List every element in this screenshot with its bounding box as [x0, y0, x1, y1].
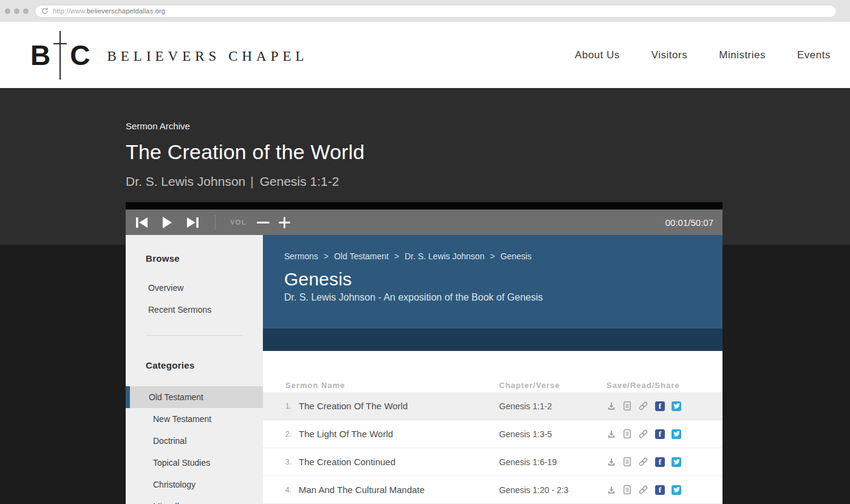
sidebar-link-overview[interactable]: Overview: [126, 277, 263, 299]
row-actions: f: [607, 401, 681, 411]
category-topical-studies[interactable]: Topical Studies: [126, 452, 263, 474]
column-sermon-name: Sermon Name: [285, 381, 499, 390]
series-subtitle: Dr. S. Lewis Johnson - An exposition of …: [284, 292, 722, 303]
sermon-link[interactable]: The Light Of The World: [299, 429, 499, 439]
category-new-testament[interactable]: New Testament: [126, 408, 263, 430]
main-panel: Sermons>Old Testament>Dr. S. Lewis Johns…: [263, 235, 722, 504]
twitter-icon[interactable]: [672, 401, 681, 411]
series-header: Sermons>Old Testament>Dr. S. Lewis Johns…: [263, 235, 722, 329]
breadcrumb-link-sermons[interactable]: Sermons: [284, 251, 318, 261]
window-controls: [5, 9, 29, 14]
twitter-icon[interactable]: [672, 457, 681, 467]
series-title: Genesis: [284, 269, 722, 290]
nav-visitors[interactable]: Visitors: [651, 49, 687, 61]
facebook-icon[interactable]: f: [655, 485, 665, 495]
nav-events[interactable]: Events: [797, 49, 831, 61]
link-icon[interactable]: [638, 401, 648, 411]
cross-icon: [52, 30, 68, 81]
facebook-icon[interactable]: f: [655, 401, 665, 411]
link-icon[interactable]: [638, 429, 648, 439]
breadcrumb-separator: >: [490, 251, 495, 261]
hero-eyebrow: Sermon Archive: [126, 121, 850, 131]
twitter-icon[interactable]: [672, 485, 681, 495]
site-header: B C BELIEVERS CHAPEL About UsVisitorsMin…: [0, 22, 850, 88]
sidebar: Browse OverviewRecent Sermons Categories…: [126, 235, 263, 504]
sermon-number: 2.: [285, 430, 299, 438]
refresh-icon[interactable]: [41, 7, 49, 15]
category-old-testament[interactable]: Old Testament: [126, 386, 263, 408]
download-icon[interactable]: [607, 429, 616, 439]
logo-letter-c: C: [70, 41, 90, 69]
sermon-link[interactable]: The Creation Continued: [299, 457, 499, 467]
row-actions: f: [607, 485, 681, 495]
speaker-name: Dr. S. Lewis Johnson: [126, 174, 245, 188]
category-miscellaneous[interactable]: Miscellaneous: [126, 495, 263, 504]
category-christology[interactable]: Christology: [126, 474, 263, 495]
nav-about-us[interactable]: About Us: [575, 49, 620, 61]
link-icon[interactable]: [638, 457, 648, 467]
main-nav: About UsVisitorsMinistriesEvents: [575, 49, 831, 61]
transcript-icon[interactable]: [623, 457, 631, 467]
volume-down-button[interactable]: [257, 222, 270, 223]
link-icon[interactable]: [638, 485, 648, 495]
sidebar-link-recent-sermons[interactable]: Recent Sermons: [126, 299, 263, 321]
download-icon[interactable]: [607, 457, 616, 467]
download-icon[interactable]: [607, 485, 616, 495]
volume-up-button[interactable]: [279, 217, 290, 228]
nav-ministries[interactable]: Ministries: [719, 49, 766, 61]
browse-heading: Browse: [146, 253, 263, 264]
chapter-verse: Genesis 1:20 - 2:3: [499, 485, 607, 495]
byline-separator: |: [250, 174, 253, 188]
row-actions: f: [607, 457, 681, 467]
window-control-dot[interactable]: [14, 9, 19, 14]
breadcrumb-link-old-testament[interactable]: Old Testament: [334, 251, 389, 261]
sermon-row: 4.Man And The Cultural MandateGenesis 1:…: [263, 476, 722, 504]
player-divider: [215, 215, 216, 230]
sermon-link[interactable]: The Creation Of The World: [299, 401, 499, 411]
transcript-icon[interactable]: [623, 485, 631, 495]
sermon-row: 3.The Creation ContinuedGenesis 1:6-19 f: [263, 448, 722, 476]
sermon-row: 2.The Light Of The WorldGenesis 1:3-5 f: [263, 420, 722, 448]
column-chapter-verse: Chapter/Verse: [499, 381, 607, 390]
sermon-number: 3.: [285, 458, 299, 466]
chapter-verse: Genesis 1:1-2: [499, 401, 607, 411]
hero-byline: Dr. S. Lewis Johnson|Genesis 1:1-2: [126, 174, 850, 189]
row-actions: f: [607, 429, 681, 439]
window-control-dot[interactable]: [23, 9, 29, 14]
category-list: Old TestamentNew TestamentDoctrinalTopic…: [126, 386, 263, 504]
sermon-link[interactable]: Man And The Cultural Mandate: [299, 485, 499, 495]
sermon-table: Sermon Name Chapter/Verse Save/Read/Shar…: [263, 351, 722, 504]
site-logo[interactable]: B C BELIEVERS CHAPEL: [30, 30, 308, 81]
facebook-icon[interactable]: f: [655, 457, 665, 467]
content-column: VOL 00:01/50:07 Browse OverviewRecent Se…: [126, 202, 722, 504]
download-icon[interactable]: [607, 401, 616, 411]
category-doctrinal[interactable]: Doctrinal: [126, 430, 263, 452]
breadcrumb-link-genesis[interactable]: Genesis: [500, 251, 531, 261]
previous-track-button[interactable]: [136, 217, 148, 228]
sermon-number: 4.: [285, 486, 299, 494]
series-header-strip: [263, 329, 722, 351]
chapter-verse: Genesis 1:3-5: [499, 429, 607, 439]
page-title: The Creation of the World: [126, 140, 850, 164]
transcript-icon[interactable]: [623, 401, 631, 411]
next-track-button[interactable]: [187, 217, 199, 228]
breadcrumb-link-dr-s-lewis-johnson[interactable]: Dr. S. Lewis Johnson: [404, 251, 484, 261]
facebook-icon[interactable]: f: [655, 429, 665, 439]
twitter-icon[interactable]: [672, 429, 681, 439]
sidebar-divider: [146, 335, 243, 336]
logo-wordmark: BELIEVERS CHAPEL: [107, 46, 308, 64]
browser-window: http://www.believerschapeldallas.org B C…: [0, 0, 850, 504]
breadcrumb-separator: >: [324, 251, 328, 261]
url-bar[interactable]: http://www.believerschapeldallas.org: [35, 5, 837, 18]
transcript-icon[interactable]: [623, 429, 631, 439]
passage-ref: Genesis 1:1-2: [260, 174, 339, 188]
browse-list: OverviewRecent Sermons: [126, 277, 263, 321]
browser-chrome: http://www.believerschapeldallas.org: [0, 0, 850, 22]
play-button[interactable]: [163, 217, 172, 228]
breadcrumb-separator: >: [394, 251, 399, 261]
url-text: http://www.believerschapeldallas.org: [53, 7, 165, 15]
table-header: Sermon Name Chapter/Verse Save/Read/Shar…: [263, 378, 722, 392]
player-time: 00:01/50:07: [665, 217, 713, 228]
chapter-verse: Genesis 1:6-19: [499, 457, 607, 467]
window-control-dot[interactable]: [5, 9, 10, 14]
